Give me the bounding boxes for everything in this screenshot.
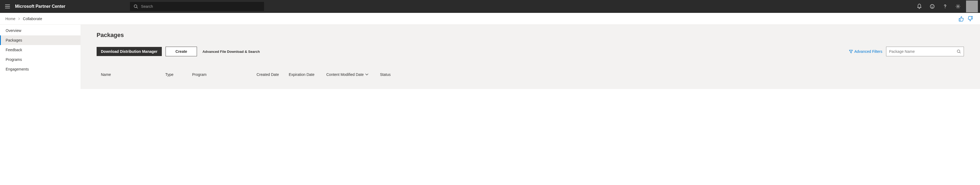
breadcrumb: Home Collaborate xyxy=(5,17,42,21)
column-header-expiration-date[interactable]: Expiration Date xyxy=(289,73,326,77)
sidebar-item-feedback[interactable]: Feedback xyxy=(0,45,81,55)
download-distribution-manager-button[interactable]: Download Distribution Manager xyxy=(97,47,162,56)
thumbs-down-icon xyxy=(968,16,974,22)
chevron-down-icon xyxy=(365,73,368,76)
svg-point-3 xyxy=(134,5,137,8)
advanced-file-download-link[interactable]: Advanced File Download & Search xyxy=(202,50,260,54)
packages-table-header: Name Type Program Created Date Expiratio… xyxy=(97,73,964,77)
svg-line-11 xyxy=(959,52,961,53)
thumbs-up-button[interactable] xyxy=(958,16,964,22)
search-icon xyxy=(957,49,961,54)
action-row: Download Distribution Manager Create Adv… xyxy=(97,47,964,56)
sidebar-item-packages[interactable]: Packages xyxy=(0,35,81,45)
gear-icon xyxy=(956,4,961,9)
column-header-modified-label: Content Modified Date xyxy=(326,73,364,77)
breadcrumb-current: Collaborate xyxy=(23,17,42,21)
search-container xyxy=(130,2,264,11)
search-icon xyxy=(134,4,138,9)
column-header-created-date[interactable]: Created Date xyxy=(256,73,289,77)
svg-point-9 xyxy=(957,6,959,7)
top-bar: Microsoft Partner Center xyxy=(0,0,980,13)
package-name-filter[interactable] xyxy=(886,47,964,56)
avatar[interactable] xyxy=(966,0,978,12)
main-content: Packages Download Distribution Manager C… xyxy=(81,25,980,89)
column-header-status[interactable]: Status xyxy=(380,73,401,77)
search-input[interactable] xyxy=(141,4,260,9)
svg-point-7 xyxy=(933,6,933,6)
hamburger-menu-button[interactable] xyxy=(2,0,13,13)
sidebar-item-overview[interactable]: Overview xyxy=(0,26,81,35)
feedback-thumbs xyxy=(958,16,975,22)
svg-point-6 xyxy=(931,6,932,6)
svg-point-5 xyxy=(931,5,934,9)
column-header-content-modified-date[interactable]: Content Modified Date xyxy=(326,73,380,77)
sidebar: Overview Packages Feedback Programs Enga… xyxy=(0,25,81,89)
page-title: Packages xyxy=(97,32,964,39)
column-header-type[interactable]: Type xyxy=(165,73,192,77)
filter-icon xyxy=(849,50,853,53)
breadcrumb-bar: Home Collaborate xyxy=(0,13,980,25)
top-right-actions xyxy=(913,0,978,13)
create-button[interactable]: Create xyxy=(165,47,197,56)
content-wrap: Overview Packages Feedback Programs Enga… xyxy=(0,25,980,89)
package-name-input[interactable] xyxy=(889,49,957,54)
chevron-right-icon xyxy=(18,17,20,20)
sidebar-item-engagements[interactable]: Engagements xyxy=(0,64,81,74)
question-icon xyxy=(943,4,948,9)
bell-icon xyxy=(917,4,922,9)
breadcrumb-home[interactable]: Home xyxy=(5,17,15,21)
column-header-name[interactable]: Name xyxy=(101,73,165,77)
notifications-button[interactable] xyxy=(913,0,925,13)
hamburger-icon xyxy=(5,5,10,8)
thumbs-down-button[interactable] xyxy=(968,16,974,22)
settings-button[interactable] xyxy=(952,0,964,13)
advanced-filters-link[interactable]: Advanced Filters xyxy=(849,49,882,54)
column-header-program[interactable]: Program xyxy=(192,73,256,77)
sidebar-item-programs[interactable]: Programs xyxy=(0,55,81,64)
brand-title: Microsoft Partner Center xyxy=(15,4,65,9)
help-button[interactable] xyxy=(939,0,951,13)
smiley-icon xyxy=(930,4,935,9)
svg-point-10 xyxy=(957,50,960,52)
thumbs-up-icon xyxy=(958,16,964,22)
search-box[interactable] xyxy=(130,2,264,11)
advanced-filters-label: Advanced Filters xyxy=(854,49,882,54)
feedback-smiley-button[interactable] xyxy=(926,0,938,13)
svg-point-8 xyxy=(945,8,945,8)
svg-line-4 xyxy=(137,7,138,8)
